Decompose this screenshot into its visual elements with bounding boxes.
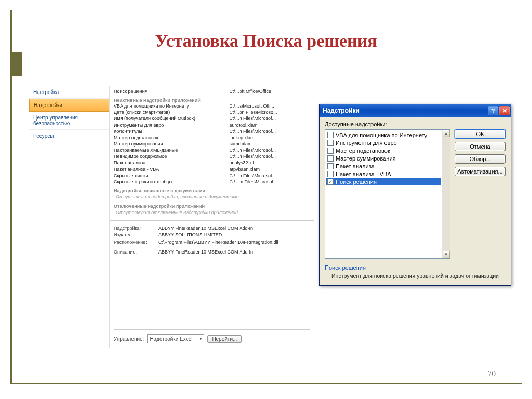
addin-path: sumif.xlam — [229, 141, 310, 147]
page-number: 70 — [488, 369, 496, 378]
close-button[interactable]: ✕ — [499, 106, 510, 115]
addins-listbox[interactable]: VBA для помощника по ИнтернетуИнструмент… — [325, 129, 450, 259]
list-item[interactable]: Инструменты для евро — [326, 139, 441, 147]
addin-row[interactable]: Дата (списки смарт-тегов)C:\...on Files\… — [114, 109, 310, 115]
checkbox[interactable] — [327, 148, 334, 154]
checkbox[interactable] — [327, 171, 334, 177]
cancel-button[interactable]: Отмена — [455, 142, 506, 151]
help-button[interactable]: ? — [488, 106, 498, 115]
addin-name: Поиск решения — [114, 88, 226, 95]
accent-block — [10, 52, 22, 76]
excel-options-window: Настройка Надстройки Центр управления бе… — [29, 86, 314, 348]
scroll-down-icon[interactable]: ▼ — [443, 251, 450, 258]
addin-name: Колонтитулы — [114, 128, 226, 135]
manage-select[interactable]: Надстройки Excel ▾ — [147, 334, 204, 343]
go-button[interactable]: Перейти... — [207, 335, 242, 343]
doc-none-text: Отсутствуют надстройки, связанные с доку… — [116, 194, 310, 200]
addin-path: C:\...m Files\Microsof... — [229, 179, 310, 185]
list-item[interactable]: Пакет анализа - VBA — [326, 170, 441, 178]
list-item[interactable]: Пакет анализа — [326, 162, 441, 170]
list-item[interactable]: VBA для помощника по Интернету — [326, 131, 441, 139]
addin-row[interactable]: VBA для помощника по ИнтернетуC:\...s\Mi… — [114, 103, 310, 109]
list-item[interactable]: ✓Поиск решения — [326, 178, 441, 185]
dialog-footer: Поиск решения Инструмент для поиска реше… — [320, 261, 511, 285]
addin-name: Мастер суммирования — [114, 141, 226, 147]
addins-dialog: Надстройки ? ✕ Доступные надстройки: VBA… — [319, 104, 511, 286]
list-item-label: Поиск решения — [336, 179, 377, 185]
addin-row[interactable]: Скрытые листыC:\...n Files\Microsof... — [114, 172, 310, 179]
detail-name: ABBYY FineReader 10 MSExcel COM Add-In — [158, 225, 310, 232]
addin-path: lookup.xlam — [229, 135, 310, 141]
addin-path: atpvbaen.xlam — [229, 166, 310, 172]
list-item-label: Пакет анализа - VBA — [336, 171, 391, 177]
addin-path: eurotool.xlam — [229, 122, 310, 128]
checkbox[interactable] — [327, 155, 334, 162]
dialog-button-column: ОК Отмена Обзор... Автоматизация... — [455, 121, 506, 259]
checkbox[interactable]: ✓ — [327, 179, 334, 185]
detail-publisher: ABBYY SOLUTIONS LIMITED — [158, 232, 310, 239]
sidebar-item-настройка[interactable]: Настройка — [29, 86, 109, 99]
chevron-down-icon: ▾ — [200, 337, 202, 341]
addin-row[interactable]: Мастер подстановокlookup.xlam — [114, 135, 310, 141]
addin-row[interactable]: Инструменты для евроeurotool.xlam — [114, 122, 310, 128]
detail-location: C:\Program Files\ABBYY FineReader 10\FRI… — [158, 239, 310, 246]
addin-row[interactable]: КолонтитулыC:\...n Files\Microsof... — [114, 128, 310, 135]
divider — [110, 220, 314, 221]
ok-button[interactable]: ОК — [455, 129, 506, 139]
footer-heading: Поиск решения — [325, 264, 506, 271]
addin-name: Настраиваемые XML-данные — [114, 147, 226, 153]
checkbox[interactable] — [327, 132, 334, 138]
dialog-titlebar[interactable]: Надстройки ? ✕ — [320, 104, 511, 117]
automation-button[interactable]: Автоматизация... — [455, 167, 506, 176]
list-item[interactable]: Мастер подстановок — [326, 147, 441, 154]
addin-row[interactable]: Скрытые строки и столбцыC:\...m Files\Mi… — [114, 179, 310, 185]
addin-row[interactable]: Пакет анализа - VBAatpvbaen.xlam — [114, 166, 310, 172]
slide-title: Установка Поиска решения — [0, 31, 532, 51]
addin-name: Пакет анализа — [114, 159, 226, 166]
disabled-none-text: Отсутствуют отключенные надстройки прило… — [116, 210, 310, 215]
scrollbar[interactable]: ▲ ▼ — [442, 130, 450, 258]
sidebar-item-надстройки[interactable]: Надстройки — [29, 99, 109, 112]
addin-name: Скрытые строки и столбцы — [114, 179, 226, 185]
available-addins-label: Доступные надстройки: — [325, 121, 450, 127]
list-item-label: Мастер суммирования — [336, 155, 396, 162]
manage-footer: Управление: Надстройки Excel ▾ Перейти..… — [114, 329, 310, 343]
section-disabled-title: Отключенные надстройки приложений — [114, 204, 310, 209]
footer-description: Инструмент для поиска решения уравнений … — [325, 273, 506, 280]
addin-path: C:\...n Files\Microsof... — [229, 128, 310, 135]
sidebar-item-resources[interactable]: Ресурсы — [29, 130, 109, 142]
detail-location-label: Расположение: — [114, 239, 154, 246]
list-item-label: Пакет анализа — [336, 163, 375, 169]
addin-path: C:\...oft Office\Office — [229, 88, 310, 95]
sidebar-item-security-center[interactable]: Центр управления безопасностью — [29, 112, 109, 130]
detail-name-label: Надстройка: — [114, 225, 154, 232]
addin-row[interactable]: Настраиваемые XML-данныеC:\...n Files\Mi… — [114, 147, 310, 153]
addin-row[interactable]: Невидимое содержимоеC:\...n Files\Micros… — [114, 153, 310, 159]
checkbox[interactable] — [327, 163, 334, 169]
addin-name: Скрытые листы — [114, 172, 226, 179]
section-inactive-title: Неактивные надстройки приложений — [114, 98, 310, 103]
list-item-label: Мастер подстановок — [336, 148, 390, 154]
addin-path: C:\...n Files\Microsof... — [229, 115, 310, 122]
manage-label: Управление: — [114, 336, 144, 342]
browse-button[interactable]: Обзор... — [455, 154, 506, 164]
addin-row[interactable]: Мастер суммированияsumif.xlam — [114, 141, 310, 147]
dialog-title: Надстройки — [323, 107, 360, 114]
addin-name: Инструменты для евро — [114, 122, 226, 128]
addin-row[interactable]: Пакет анализаanalys32.xll — [114, 159, 310, 166]
addin-path: C:\...n Files\Microsof... — [229, 172, 310, 179]
addin-row[interactable]: Имя (получатели сообщений Outlook)C:\...… — [114, 115, 310, 122]
addin-path: analys32.xll — [229, 159, 310, 166]
manage-select-value: Надстройки Excel — [150, 336, 192, 342]
addin-path: C:\...n Files\Microsof... — [229, 153, 310, 159]
addin-name: Имя (получатели сообщений Outlook) — [114, 115, 226, 122]
list-item-label: Инструменты для евро — [336, 140, 397, 146]
list-item[interactable]: Мастер суммирования — [326, 154, 441, 162]
checkbox[interactable] — [327, 140, 334, 146]
section-doc-title: Надстройки, связанные с документами — [114, 188, 310, 193]
list-item-label: VBA для помощника по Интернету — [336, 132, 427, 138]
addin-name: Пакет анализа - VBA — [114, 166, 226, 172]
scroll-up-icon[interactable]: ▲ — [443, 130, 450, 137]
addin-row[interactable]: Поиск решения C:\...oft Office\Office — [114, 88, 310, 95]
addin-name: Дата (списки смарт-тегов) — [114, 109, 226, 115]
